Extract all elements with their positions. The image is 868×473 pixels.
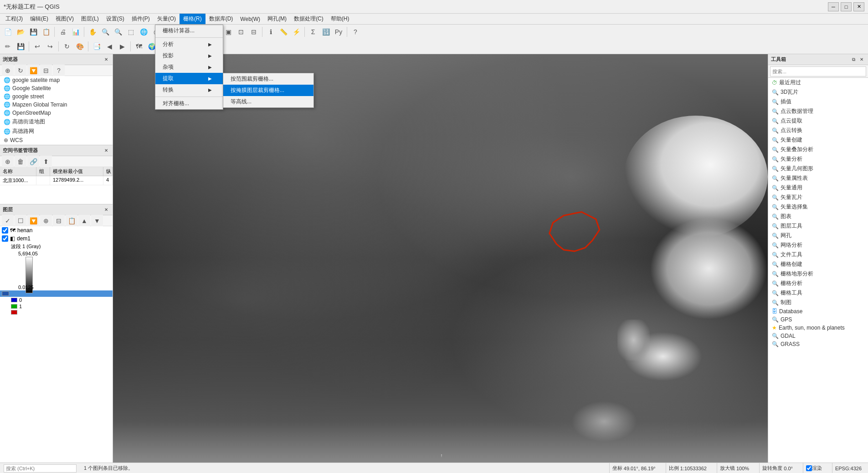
action-button[interactable]: ⚡: [290, 26, 302, 38]
toolbox-panel-close[interactable]: ✕: [858, 56, 865, 63]
refresh-map-button[interactable]: ↻: [61, 41, 73, 52]
toolbox-item-vec-gen[interactable]: 🔍 矢量通用: [768, 183, 868, 193]
status-render-check[interactable]: [806, 465, 812, 471]
raster-menu-calc[interactable]: 栅格计算器...: [155, 25, 223, 36]
browser-item-0[interactable]: 🌐 google satelite map: [0, 76, 113, 84]
submenu-clip-mask[interactable]: 按掩膜图层裁剪栅格...: [223, 85, 313, 96]
open-project-button[interactable]: 📂: [15, 26, 26, 38]
undo-button[interactable]: ↩: [31, 41, 43, 52]
menu-raster[interactable]: 栅格(R): [180, 14, 205, 24]
atlas-prev-button[interactable]: ◀: [103, 41, 115, 52]
browser-item-wfs[interactable]: ⊕ WFS / OGC API - Features: [0, 144, 113, 145]
browser-help[interactable]: ?: [53, 65, 65, 76]
toolbox-item-gps[interactable]: 🔍 GPS: [768, 315, 868, 324]
reports-button[interactable]: 📊: [70, 26, 82, 38]
toolbox-item-interp[interactable]: 🔍 插值: [768, 97, 868, 107]
toolbox-item-map[interactable]: 🔍 制图: [768, 298, 868, 307]
measure-button[interactable]: 📏: [277, 26, 289, 38]
raster-menu-analysis[interactable]: 分析 ▶: [155, 39, 223, 50]
toolbox-item-file[interactable]: 🔍 文件工具: [768, 250, 868, 259]
layer-filter[interactable]: 🔽: [27, 215, 39, 227]
toolbox-item-vec-tiles[interactable]: 🔍 矢量瓦片: [768, 193, 868, 202]
zoom-in-button[interactable]: 🔍: [99, 26, 111, 38]
menu-view[interactable]: 视图(V): [52, 14, 77, 24]
bm-add[interactable]: ⊕: [2, 156, 14, 168]
toolbox-item-vec-overlay[interactable]: 🔍 矢量叠加分析: [768, 145, 868, 154]
browser-item-5[interactable]: 🌐 高德街道地图: [0, 117, 113, 127]
menu-mesh[interactable]: 网孔(M): [264, 14, 290, 24]
toolbox-item-pointcloud-mgmt[interactable]: 🔍 点云数据管理: [768, 107, 868, 116]
bookmark-row-0[interactable]: 北京1000... 12789499.2... 4: [0, 176, 113, 185]
select-feature-button[interactable]: ▣: [222, 26, 234, 38]
zoom-out-button[interactable]: 🔍: [112, 26, 124, 38]
menu-help[interactable]: 帮助(H): [327, 14, 353, 24]
toolbox-item-pointcloud-convert[interactable]: 🔍 点云转换: [768, 126, 868, 135]
layer-henan[interactable]: 🗺 henan: [0, 226, 113, 234]
browser-item-3[interactable]: 🌐 Mapzen Global Terrain: [0, 101, 113, 109]
layers-panel-close[interactable]: ✕: [103, 206, 110, 214]
layer-uncheck-all[interactable]: ☐: [15, 215, 26, 227]
save-as-button[interactable]: 📋: [40, 26, 52, 38]
toolbox-item-raster-tools[interactable]: 🔍 栅格工具: [768, 288, 868, 298]
toolbox-panel-float[interactable]: ⧉: [850, 56, 857, 63]
layer-selected[interactable]: [0, 290, 113, 297]
menu-vector[interactable]: 矢量(O): [154, 14, 180, 24]
layer-move-down[interactable]: ▼: [91, 215, 103, 227]
select-by-form-button[interactable]: ⊡: [235, 26, 247, 38]
edit-mode-button[interactable]: ✏: [2, 41, 14, 52]
toolbox-item-earth[interactable]: ★ Earth, sun, moon & planets: [768, 324, 868, 332]
menu-web[interactable]: Web(W): [236, 14, 264, 24]
toolbox-item-vec-sel[interactable]: 🔍 矢量选择集: [768, 202, 868, 212]
layer-dem1[interactable]: ◧ dem1: [0, 234, 113, 243]
browser-refresh[interactable]: ↻: [15, 65, 26, 76]
submenu-contour[interactable]: 等高线...: [223, 96, 313, 107]
layer-remove[interactable]: ⊟: [53, 215, 65, 227]
menu-database[interactable]: 数据库(D): [205, 14, 237, 24]
save-project-button[interactable]: 💾: [27, 26, 39, 38]
print-layout-button[interactable]: 🖨: [57, 26, 69, 38]
deselect-button[interactable]: ⊟: [248, 26, 260, 38]
layer-henan-check[interactable]: [2, 227, 8, 234]
toolbox-item-raster-create[interactable]: 🔍 栅格创建: [768, 259, 868, 269]
raster-menu-align[interactable]: 对齐栅格...: [155, 98, 223, 109]
pan-map-button[interactable]: ✋: [87, 26, 98, 38]
toolbox-item-layer-tools[interactable]: 🔍 图层工具: [768, 221, 868, 231]
toolbox-item-recent[interactable]: ⏱ 最近用过: [768, 78, 868, 87]
browser-item-1[interactable]: 🌐 Google Satellite: [0, 84, 113, 92]
browser-collapse[interactable]: ⊟: [40, 65, 52, 76]
browser-add-layer[interactable]: ⊕: [2, 65, 14, 76]
close-button[interactable]: ✕: [853, 2, 864, 11]
layer-style-button[interactable]: 🎨: [74, 41, 86, 52]
help-button[interactable]: ?: [349, 26, 361, 38]
layer-check-all[interactable]: ✓: [2, 215, 14, 227]
toolbox-item-3d[interactable]: 🔍 3D瓦片: [768, 87, 868, 97]
toolbox-item-raster-analysis[interactable]: 🔍 栅格分析: [768, 279, 868, 288]
save-edits-button[interactable]: 💾: [15, 41, 26, 52]
python-button[interactable]: Py: [333, 26, 344, 38]
maximize-button[interactable]: □: [841, 2, 852, 11]
layer-open-attr[interactable]: 📋: [66, 215, 77, 227]
statistics-button[interactable]: Σ: [307, 26, 319, 38]
redo-button[interactable]: ↪: [44, 41, 56, 52]
osm-button[interactable]: 🗺: [133, 41, 145, 52]
raster-menu-projection[interactable]: 投影 ▶: [155, 50, 223, 61]
minimize-button[interactable]: ─: [828, 2, 839, 11]
toolbox-item-grass[interactable]: 🔍 GRASS: [768, 340, 868, 348]
menu-processing[interactable]: 数据处理(C): [290, 14, 327, 24]
menu-project[interactable]: 工程(J): [2, 14, 26, 24]
toolbox-item-raster-terrain[interactable]: 🔍 栅格地形分析: [768, 269, 868, 279]
calculator-button[interactable]: 🔢: [320, 26, 332, 38]
browser-item-4[interactable]: 🌐 OpenStreetMap: [0, 109, 113, 117]
toolbox-item-mesh[interactable]: 🔍 网孔: [768, 231, 868, 240]
toolbox-item-vec-attr[interactable]: 🔍 矢量属性表: [768, 173, 868, 183]
rubber-band-button[interactable]: ⬚: [125, 26, 137, 38]
toolbox-item-pointcloud-extract[interactable]: 🔍 点云提取: [768, 116, 868, 126]
toolbox-item-vec-analysis[interactable]: 🔍 矢量分析: [768, 154, 868, 164]
raster-menu-convert[interactable]: 转换 ▶: [155, 84, 223, 96]
menu-edit[interactable]: 编辑(E): [26, 14, 52, 24]
browser-item-6[interactable]: 🌐 高德路网: [0, 127, 113, 136]
toolbox-item-vec-create[interactable]: 🔍 矢量创建: [768, 135, 868, 145]
toolbox-item-chart[interactable]: 🔍 图表: [768, 212, 868, 221]
raster-menu-extract[interactable]: 提取 ▶ 按范围裁剪栅格... 按掩膜图层裁剪栅格... 等高线...: [155, 73, 223, 84]
status-search-input[interactable]: [4, 464, 77, 473]
